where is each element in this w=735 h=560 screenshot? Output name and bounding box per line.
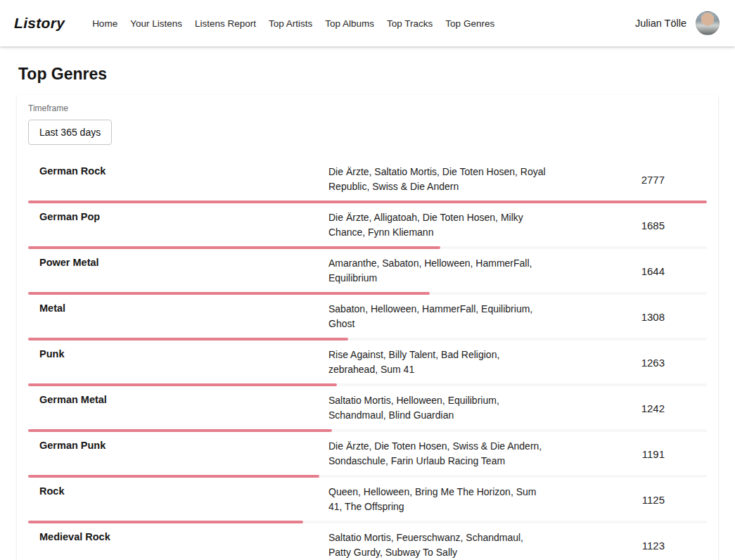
timeframe-label: Timeframe (28, 103, 707, 113)
genre-count: 1125 (561, 494, 707, 506)
nav-user-area: Julian Tölle (635, 11, 720, 35)
genre-name: Punk (28, 348, 328, 377)
genre-row: Medieval Rock Saltatio Mortis, Feuerschw… (28, 523, 707, 560)
genre-artists-list: Saltatio Mortis, Helloween, Equilibrium,… (328, 393, 561, 423)
nav-item-listens-report[interactable]: Listens Report (188, 13, 262, 34)
genre-count: 1123 (561, 540, 707, 552)
avatar[interactable] (696, 11, 720, 35)
genre-count: 1644 (561, 265, 707, 277)
genre-name: German Rock (28, 165, 328, 194)
genre-count: 1191 (561, 448, 707, 460)
genre-row: Punk Rise Against, Billy Talent, Bad Rel… (28, 341, 707, 386)
genre-artists-list: Die Ärzte, Die Toten Hosen, Swiss & Die … (328, 439, 561, 469)
nav-links: HomeYour ListensListens ReportTop Artist… (86, 13, 501, 34)
genre-artists-list: Rise Against, Billy Talent, Bad Religion… (328, 348, 561, 377)
genre-row: Rock Queen, Helloween, Bring Me The Hori… (28, 478, 707, 523)
genre-count: 1263 (561, 357, 707, 369)
timeframe-filter: Timeframe Last 365 days (17, 102, 718, 145)
genre-artists-list: Die Ärzte, Alligatoah, Die Toten Hosen, … (328, 210, 561, 240)
nav-item-your-listens[interactable]: Your Listens (124, 13, 188, 34)
genre-row: German Metal Saltatio Mortis, Helloween,… (28, 386, 707, 432)
genre-name: German Metal (28, 393, 328, 423)
genre-row: German Rock Die Ärzte, Saltatio Mortis, … (28, 158, 707, 203)
genre-row: Metal Sabaton, Helloween, HammerFall, Eq… (28, 295, 707, 341)
nav-item-top-tracks[interactable]: Top Tracks (381, 13, 439, 34)
top-nav: Listory HomeYour ListensListens ReportTo… (0, 0, 735, 46)
genre-row: German Pop Die Ärzte, Alligatoah, Die To… (28, 203, 707, 249)
genre-artists-list: Saltatio Mortis, Feuerschwanz, Schandmau… (328, 530, 561, 560)
timeframe-select[interactable]: Last 365 days (28, 120, 112, 145)
genre-artists-list: Die Ärzte, Saltatio Mortis, Die Toten Ho… (328, 165, 561, 194)
genre-count: 1242 (561, 402, 707, 414)
genre-name: Metal (28, 302, 328, 331)
genre-count: 1308 (561, 311, 707, 323)
top-genres-card: Timeframe Last 365 days German Rock Die … (17, 95, 718, 560)
page-title: Top Genres (18, 65, 717, 84)
genre-name: Power Metal (28, 256, 328, 286)
nav-item-top-albums[interactable]: Top Albums (319, 13, 381, 34)
genre-row: Power Metal Amaranthe, Sabaton, Hellowee… (28, 249, 707, 295)
genre-artists-list: Sabaton, Helloween, HammerFall, Equilibr… (328, 302, 561, 331)
genre-row: German Punk Die Ärzte, Die Toten Hosen, … (28, 432, 707, 478)
genre-name: German Punk (28, 439, 328, 469)
genre-name: Rock (28, 485, 328, 514)
genre-artists-list: Queen, Helloween, Bring Me The Horizon, … (328, 485, 561, 514)
genre-count: 2777 (561, 174, 707, 186)
genre-name: German Pop (28, 210, 328, 240)
nav-item-top-artists[interactable]: Top Artists (262, 13, 319, 34)
genre-count: 1685 (561, 219, 707, 231)
main-content: Top Genres Timeframe Last 365 days Germa… (0, 65, 735, 560)
nav-item-home[interactable]: Home (86, 13, 124, 34)
genre-table: German Rock Die Ärzte, Saltatio Mortis, … (17, 158, 718, 560)
user-name[interactable]: Julian Tölle (635, 18, 686, 29)
genre-name: Medieval Rock (28, 530, 328, 560)
genre-artists-list: Amaranthe, Sabaton, Helloween, HammerFal… (328, 256, 561, 286)
nav-item-top-genres[interactable]: Top Genres (439, 13, 501, 34)
app-logo[interactable]: Listory (14, 15, 65, 32)
